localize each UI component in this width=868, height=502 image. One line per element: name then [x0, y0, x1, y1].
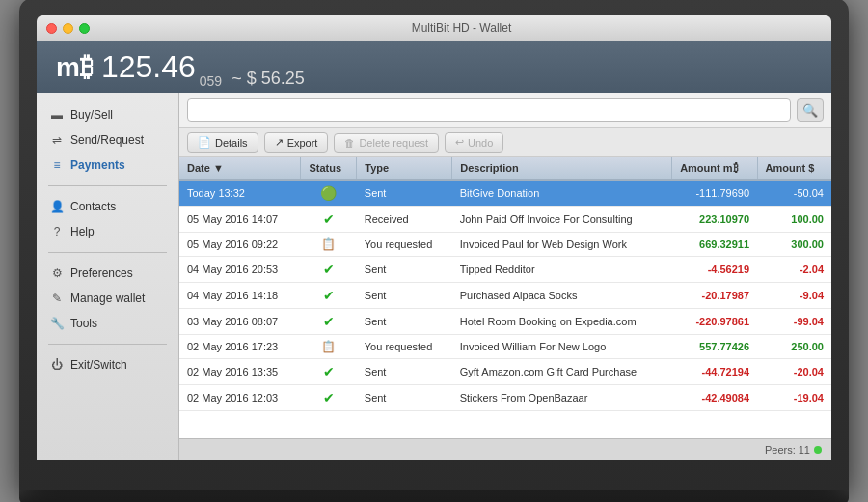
cell-date: Today 13:32: [179, 180, 301, 207]
cell-amount-usd: -20.04: [757, 359, 831, 385]
sidebar-item-tools[interactable]: 🔧 Tools: [37, 311, 178, 336]
undo-label: Undo: [468, 137, 493, 149]
col-amount-btc: Amount m₿: [672, 157, 757, 180]
sidebar-item-exit-switch[interactable]: ⏻ Exit/Switch: [37, 352, 178, 377]
cell-date: 05 May 2016 14:07: [179, 207, 301, 233]
table-row[interactable]: 04 May 2016 20:53 ✔ Sent Tipped Redditor…: [179, 257, 831, 283]
cell-status: ✔: [301, 283, 357, 309]
sidebar-item-manage-wallet[interactable]: ✎ Manage wallet: [37, 286, 178, 311]
close-button[interactable]: [46, 23, 57, 34]
cell-amount-usd: -19.04: [757, 385, 831, 411]
search-toolbar: 🔍: [179, 93, 831, 128]
undo-button[interactable]: ↩ Undo: [445, 132, 503, 153]
peers-status-dot: [814, 446, 822, 454]
status-icon: ✔: [323, 314, 335, 329]
contacts-icon: 👤: [50, 200, 64, 213]
status-icon: ✔: [323, 262, 335, 277]
send-request-icon: ⇌: [50, 133, 64, 147]
manage-wallet-icon: ✎: [50, 292, 64, 305]
help-icon: ?: [50, 225, 64, 238]
sidebar-section-4: ⏻ Exit/Switch: [37, 350, 178, 379]
sidebar-item-label: Contacts: [70, 200, 116, 213]
cell-status: 📋: [301, 233, 357, 257]
bitcoin-logo: m₿: [56, 51, 94, 83]
search-input[interactable]: [187, 98, 791, 122]
table-row[interactable]: 05 May 2016 14:07 ✔ Received John Paid O…: [179, 207, 831, 233]
sidebar-item-buy-sell[interactable]: ▬ Buy/Sell: [37, 102, 178, 127]
sidebar-item-send-request[interactable]: ⇌ Send/Request: [37, 127, 178, 153]
window-title: MultiBit HD - Wallet: [101, 21, 822, 35]
cell-description: Tipped Redditor: [452, 257, 672, 283]
cell-date: 04 May 2016 20:53: [179, 257, 301, 283]
cell-status: ✔: [301, 359, 357, 385]
cell-description: John Paid Off Invoice For Consulting: [452, 207, 672, 233]
sidebar-item-contacts[interactable]: 👤 Contacts: [37, 194, 178, 219]
tools-icon: 🔧: [50, 317, 64, 330]
export-button[interactable]: ↗ Export: [264, 132, 329, 153]
cell-description: Stickers From OpenBazaar: [452, 385, 672, 411]
cell-type: You requested: [357, 233, 452, 257]
sidebar-item-label: Manage wallet: [70, 292, 145, 305]
sidebar-item-help[interactable]: ? Help: [37, 219, 178, 244]
main-body: ▬ Buy/Sell ⇌ Send/Request ≡ Payments: [37, 93, 831, 460]
table-row[interactable]: 02 May 2016 13:35 ✔ Sent Gyft Amazon.com…: [179, 359, 831, 385]
table-row[interactable]: 02 May 2016 12:03 ✔ Sent Stickers From O…: [179, 385, 831, 411]
table-row[interactable]: 02 May 2016 17:23 📋 You requested Invoic…: [179, 335, 831, 359]
cell-date: 04 May 2016 14:18: [179, 283, 301, 309]
status-icon: ✔: [323, 364, 335, 379]
table-row[interactable]: 05 May 2016 09:22 📋 You requested Invoic…: [179, 233, 831, 257]
sidebar-item-label: Tools: [70, 317, 97, 330]
app-window: m₿ 125.46 059 ~ $ 56.25 ▬ Buy/Sell: [37, 41, 831, 460]
status-icon: 🟢: [320, 185, 337, 201]
transactions-table-container: Date ▼ Status Type Description Amount m₿…: [179, 157, 831, 438]
cell-amount-usd: -9.04: [757, 283, 831, 309]
maximize-button[interactable]: [79, 23, 90, 34]
table-row[interactable]: 04 May 2016 14:18 ✔ Sent Purchased Alpac…: [179, 283, 831, 309]
cell-amount-usd: 300.00: [757, 233, 831, 257]
cell-type: Sent: [357, 359, 452, 385]
col-amount-usd: Amount $: [757, 157, 831, 180]
exit-icon: ⏻: [50, 358, 64, 372]
sidebar-item-label: Payments: [70, 158, 125, 172]
table-row[interactable]: Today 13:32 🟢 Sent BitGive Donation -111…: [179, 180, 831, 207]
cell-date: 02 May 2016 13:35: [179, 359, 301, 385]
details-button[interactable]: 📄 Details: [187, 132, 258, 153]
status-icon: ✔: [323, 390, 335, 405]
sidebar-section-3: ⚙ Preferences ✎ Manage wallet 🔧 Tools: [37, 259, 178, 338]
undo-icon: ↩: [455, 136, 464, 149]
cell-type: Received: [357, 207, 452, 233]
balance-decimal: 059: [200, 73, 222, 93]
table-row[interactable]: 03 May 2016 08:07 ✔ Sent Hotel Room Book…: [179, 309, 831, 335]
sidebar-item-label: Preferences: [70, 266, 133, 280]
delete-request-button[interactable]: 🗑 Delete request: [334, 133, 439, 153]
search-button[interactable]: 🔍: [797, 98, 824, 122]
laptop-base: [19, 490, 849, 502]
cell-description: Gyft Amazon.com Gift Card Purchase: [452, 359, 672, 385]
export-icon: ↗: [275, 136, 284, 149]
cell-type: Sent: [357, 257, 452, 283]
col-description: Description: [452, 157, 672, 180]
sidebar-divider-3: [48, 344, 167, 345]
balance-main: 125.46: [101, 49, 196, 85]
sidebar-item-label: Exit/Switch: [70, 358, 127, 372]
sidebar-item-payments[interactable]: ≡ Payments: [37, 153, 178, 178]
delete-label: Delete request: [359, 137, 428, 149]
sidebar: ▬ Buy/Sell ⇌ Send/Request ≡ Payments: [37, 93, 179, 460]
cell-status: ✔: [301, 385, 357, 411]
status-icon: 📋: [321, 237, 336, 251]
sidebar-item-label: Buy/Sell: [70, 108, 113, 122]
cell-amount-btc: 223.10970: [672, 207, 757, 233]
peers-label: Peers:: [765, 444, 796, 456]
cell-status: ✔: [301, 207, 357, 233]
table-header-row: Date ▼ Status Type Description Amount m₿…: [179, 157, 831, 180]
cell-date: 02 May 2016 12:03: [179, 385, 301, 411]
cell-amount-btc: -111.79690: [672, 180, 757, 207]
cell-amount-usd: -99.04: [757, 309, 831, 335]
preferences-icon: ⚙: [50, 266, 64, 280]
sidebar-item-label: Help: [70, 225, 95, 238]
cell-status: 📋: [301, 335, 357, 359]
minimize-button[interactable]: [63, 23, 73, 34]
cell-description: Invoiced William For New Logo: [452, 335, 672, 359]
cell-amount-btc: 669.32911: [672, 233, 757, 257]
sidebar-item-preferences[interactable]: ⚙ Preferences: [37, 261, 178, 286]
